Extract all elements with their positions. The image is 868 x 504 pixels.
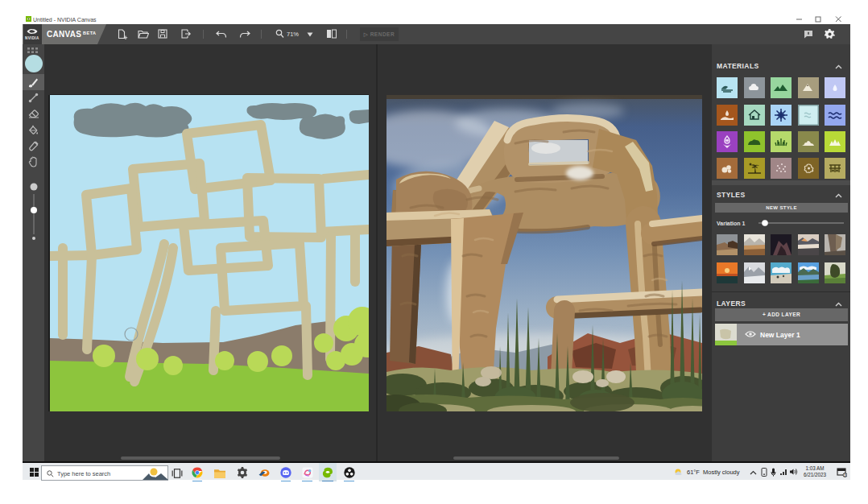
svg-text:3: 3 [844, 473, 846, 477]
